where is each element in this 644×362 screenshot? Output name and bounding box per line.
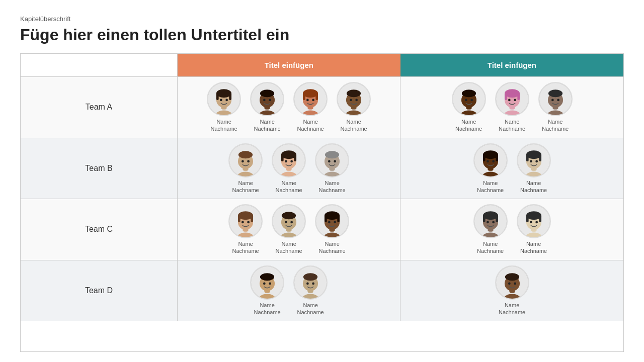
right-members-3: NameNachname [400, 260, 623, 321]
svg-rect-136 [539, 216, 541, 222]
member-name: NameNachname [232, 179, 259, 194]
member-name: NameNachname [275, 179, 302, 194]
svg-point-47 [514, 99, 516, 102]
member: NameNachname [250, 265, 284, 316]
avatar [517, 143, 551, 177]
svg-rect-92 [526, 154, 529, 161]
right-members-row-2: NameNachname NameNachname [405, 204, 619, 255]
svg-point-54 [557, 99, 559, 102]
svg-point-14 [263, 99, 266, 102]
svg-rect-44 [505, 94, 507, 100]
svg-point-59 [238, 151, 253, 158]
avatar [228, 204, 263, 238]
member-name: NameNachname [318, 179, 345, 194]
avatar [495, 265, 529, 300]
right-members-row-0: NameNachname NameNachname [405, 82, 619, 133]
member: NameNachname [293, 82, 328, 133]
svg-rect-117 [325, 216, 327, 222]
svg-rect-93 [539, 154, 541, 161]
svg-point-53 [551, 99, 554, 102]
svg-rect-45 [517, 94, 520, 100]
left-members-3: NameNachname NameNachname [177, 260, 400, 321]
svg-point-150 [303, 273, 317, 281]
svg-point-8 [225, 99, 228, 102]
svg-point-75 [325, 151, 339, 158]
svg-point-15 [269, 99, 271, 102]
member: NameNachname [315, 143, 349, 194]
left-members-row-3: NameNachname NameNachname [182, 265, 396, 316]
right-members-0: NameNachname NameNachname [400, 77, 623, 138]
member-name: NameNachname [340, 118, 367, 133]
member-name: NameNachname [520, 179, 547, 194]
left-members-row-2: NameNachname NameNachname [182, 204, 396, 255]
svg-point-120 [334, 221, 336, 224]
member: NameNachname [272, 204, 306, 255]
svg-rect-6 [229, 94, 231, 100]
member-name: NameNachname [297, 302, 324, 316]
svg-point-104 [247, 221, 250, 224]
page: Kapitelüberschrift Füge hier einen tolle… [0, 0, 644, 362]
member-name: NameNachname [297, 118, 324, 133]
avatar [272, 143, 306, 177]
member: NameNachname [250, 82, 284, 133]
svg-point-52 [548, 89, 562, 97]
svg-point-29 [347, 89, 361, 97]
svg-point-159 [514, 282, 516, 285]
member-name: NameNachname [499, 118, 525, 133]
svg-point-158 [508, 282, 511, 285]
svg-point-138 [535, 221, 538, 224]
svg-point-46 [508, 99, 511, 102]
svg-point-144 [263, 282, 266, 285]
svg-point-157 [505, 273, 519, 281]
svg-rect-68 [294, 154, 296, 161]
svg-point-103 [242, 221, 244, 224]
svg-point-7 [220, 99, 222, 102]
svg-point-152 [312, 282, 314, 285]
member: NameNachname [293, 265, 328, 316]
member-name: NameNachname [275, 240, 302, 255]
member: NameNachname [207, 82, 241, 133]
svg-point-111 [290, 221, 293, 224]
svg-point-94 [530, 160, 532, 162]
svg-point-145 [269, 282, 271, 285]
member: NameNachname [495, 82, 529, 133]
member-name: NameNachname [499, 302, 525, 316]
member-name: NameNachname [520, 240, 547, 255]
svg-point-143 [260, 273, 274, 281]
avatar [250, 265, 284, 300]
team-label-1: Team B [21, 138, 177, 199]
right-members-row-1: NameNachname NameNachname [405, 143, 619, 194]
header-col2: Titel einfügen [400, 54, 623, 77]
member: NameNachname [517, 204, 551, 255]
member: NameNachname [517, 143, 551, 194]
left-members-1: NameNachname NameNachname [177, 138, 400, 199]
avatar [250, 82, 284, 116]
svg-point-23 [306, 99, 309, 102]
svg-rect-83 [483, 154, 486, 161]
member: NameNachname [538, 82, 573, 133]
avatar [517, 204, 551, 238]
left-members-0: NameNachname NameNachname [177, 77, 400, 138]
svg-rect-84 [496, 154, 498, 161]
main-title: Füge hier einen tollen Untertitel ein [20, 26, 624, 44]
svg-point-76 [328, 160, 331, 162]
member-name: NameNachname [254, 302, 280, 316]
svg-point-110 [285, 221, 287, 224]
svg-point-151 [306, 282, 309, 285]
member: NameNachname [495, 265, 529, 316]
member: NameNachname [315, 204, 349, 255]
svg-rect-101 [238, 216, 240, 222]
member-name: NameNachname [477, 179, 504, 194]
svg-point-60 [242, 160, 244, 162]
right-members-2: NameNachname NameNachname [400, 199, 623, 260]
svg-rect-135 [526, 216, 529, 222]
member: NameNachname [228, 143, 263, 194]
avatar [473, 143, 508, 177]
svg-point-129 [492, 221, 495, 224]
svg-point-109 [282, 212, 296, 219]
member: NameNachname [337, 82, 371, 133]
chapter-label: Kapitelüberschrift [20, 15, 624, 23]
svg-rect-127 [496, 216, 498, 222]
avatar [272, 204, 306, 238]
member-name: NameNachname [455, 118, 482, 133]
